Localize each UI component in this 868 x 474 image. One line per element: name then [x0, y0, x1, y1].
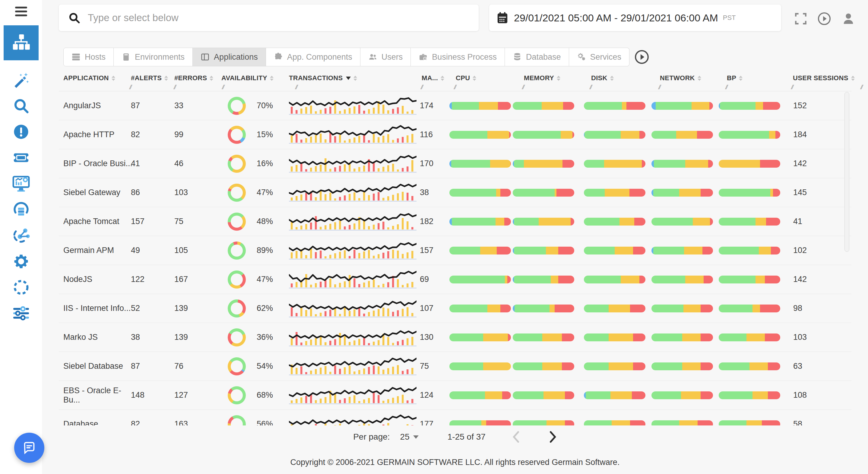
column-header-application[interactable]: APPLICATION	[63, 74, 115, 82]
applications-icon	[200, 53, 210, 62]
sidebar-item-hierarchy[interactable]	[4, 25, 39, 60]
table-row[interactable]: Germain APM 49 105 89% 157 102	[59, 236, 851, 265]
sidebar-item-status[interactable]	[0, 277, 42, 298]
bp-status-bar	[719, 247, 780, 254]
date-range-picker[interactable]: 29/01/2021 05:00 AM - 29/01/2021 06:00 A…	[489, 4, 781, 31]
sidebar-item-storage[interactable]	[0, 199, 42, 220]
errors-count: 105	[174, 236, 188, 265]
availability-percent: 68%	[249, 381, 273, 409]
cpu-status-bar	[450, 247, 511, 254]
next-page-button[interactable]	[549, 431, 557, 443]
column-header-sessions[interactable]: USER SESSIONS	[793, 74, 855, 82]
sort-arrows-icon	[557, 76, 560, 81]
column-header-cpu[interactable]: CPU	[456, 74, 476, 82]
prev-page-button[interactable]	[512, 431, 520, 443]
tabs-play-button[interactable]	[634, 48, 649, 66]
memory-status-bar	[513, 247, 574, 254]
memory-status-bar	[513, 420, 574, 426]
alerts-count: 82	[131, 120, 140, 149]
sidebar	[0, 0, 42, 474]
sidebar-item-dashboard[interactable]	[0, 173, 42, 194]
column-header-bp[interactable]: BP	[727, 74, 743, 82]
table-row[interactable]: AngularJS 87 33 70% 174 152	[59, 91, 851, 120]
fullscreen-button[interactable]	[793, 11, 809, 27]
column-resize-handle[interactable]: //	[522, 84, 524, 91]
column-header-errors[interactable]: #ERRORS	[174, 74, 213, 82]
bp-status-bar	[719, 276, 780, 283]
column-resize-handle[interactable]: //	[129, 84, 131, 91]
transactions-sparkline	[289, 120, 416, 149]
main-content: 29/01/2021 05:00 AM - 29/01/2021 06:00 A…	[42, 0, 868, 474]
transactions-sparkline	[289, 149, 416, 178]
disk-status-bar	[584, 189, 645, 197]
menu-icon[interactable]	[15, 7, 27, 18]
table-row[interactable]: Apache Tomcat 157 75 48% 182 41	[59, 207, 851, 236]
tab-database[interactable]: Database	[505, 48, 569, 66]
table-row[interactable]: Apache HTTP 82 99 15% 116 184	[59, 120, 851, 149]
vertical-scrollbar[interactable]	[844, 92, 849, 252]
column-resize-handle[interactable]: //	[861, 84, 862, 91]
network-status-bar	[651, 305, 713, 312]
availability-donut	[228, 357, 246, 375]
column-resize-handle[interactable]: //	[725, 84, 727, 91]
column-header-ma[interactable]: MA...	[422, 74, 444, 82]
table-row[interactable]: Siebel Gateway 86 103 47% 38 145	[59, 178, 851, 207]
application-name: Germain APM	[63, 236, 133, 265]
user-sessions-count: 145	[793, 178, 807, 207]
table-row[interactable]: BIP - Oracle Busi... 41 46 16% 170 142	[59, 149, 851, 178]
sidebar-item-wand[interactable]	[0, 69, 42, 91]
services-icon	[577, 53, 586, 62]
table-row[interactable]: Siebel Database 87 76 54% 75 63	[59, 352, 851, 381]
sidebar-item-preferences[interactable]	[0, 303, 42, 324]
transactions-sparkline	[289, 207, 416, 236]
entity-tabs: HostsEnvironmentsApplicationsApp. Compon…	[63, 48, 629, 66]
replay-button[interactable]	[816, 11, 832, 27]
availability-donut	[228, 328, 246, 346]
user-menu-button[interactable]	[841, 11, 856, 27]
column-header-network[interactable]: NETWORK	[660, 74, 701, 82]
tab-hosts[interactable]: Hosts	[63, 48, 114, 66]
tab-environments[interactable]: Environments	[114, 48, 193, 66]
tab-users[interactable]: Users	[361, 48, 411, 66]
sidebar-item-tickets[interactable]	[0, 147, 42, 168]
components-icon	[274, 53, 283, 62]
column-header-disk[interactable]: DISK	[591, 74, 614, 82]
column-resize-handle[interactable]: //	[454, 84, 456, 91]
column-resize-handle[interactable]: //	[791, 84, 793, 91]
sidebar-item-alerts[interactable]	[0, 121, 42, 142]
column-resize-handle[interactable]: //	[421, 84, 422, 91]
column-header-alerts[interactable]: #ALERTS	[131, 74, 168, 82]
availability-percent: 56%	[249, 410, 273, 425]
table-row[interactable]: IIS - Internet Info... 52 139 62% 107 98	[59, 294, 851, 323]
table-row[interactable]: Marko JS 38 139 36% 130 103	[59, 323, 851, 352]
application-name: BIP - Oracle Busi...	[63, 149, 133, 178]
search-input[interactable]	[87, 12, 470, 24]
ma-value: 124	[420, 381, 433, 409]
table-row[interactable]: EBS - Oracle E-Bu... 148 127 68% 124 108	[59, 381, 851, 410]
per-page-select[interactable]: 25	[400, 432, 418, 442]
memory-status-bar	[513, 218, 574, 225]
tab-app-components[interactable]: App. Components	[266, 48, 361, 66]
table-row[interactable]: NodeJS 122 167 47% 69 142	[59, 265, 851, 294]
tab-applications[interactable]: Applications	[193, 48, 266, 66]
column-resize-handle[interactable]: //	[658, 84, 660, 91]
sidebar-item-search[interactable]	[0, 95, 42, 116]
table-row[interactable]: Database 82 163 56% 177 58	[59, 410, 851, 425]
column-resize-handle[interactable]: //	[174, 84, 175, 91]
memory-status-bar	[513, 131, 574, 139]
tab-services[interactable]: Services	[569, 48, 630, 66]
application-name: AngularJS	[63, 91, 133, 120]
column-resize-handle[interactable]: //	[222, 84, 223, 91]
disk-status-bar	[584, 102, 645, 110]
chat-launcher-button[interactable]	[14, 433, 44, 463]
column-header-availability[interactable]: AVAILABILITY	[221, 74, 274, 82]
sidebar-item-analytics[interactable]	[0, 225, 42, 246]
tab-business-process[interactable]: Business Process	[411, 48, 505, 66]
column-header-transactions[interactable]: TRANSACTIONS	[289, 74, 357, 82]
date-range-value: 29/01/2021 05:00 AM - 29/01/2021 06:00 A…	[514, 12, 718, 24]
sidebar-item-settings[interactable]	[0, 251, 42, 272]
column-header-memory[interactable]: MEMORY	[524, 74, 560, 82]
user-sessions-count: 142	[793, 265, 807, 294]
column-resize-handle[interactable]: //	[295, 84, 297, 91]
column-resize-handle[interactable]: //	[590, 84, 591, 91]
